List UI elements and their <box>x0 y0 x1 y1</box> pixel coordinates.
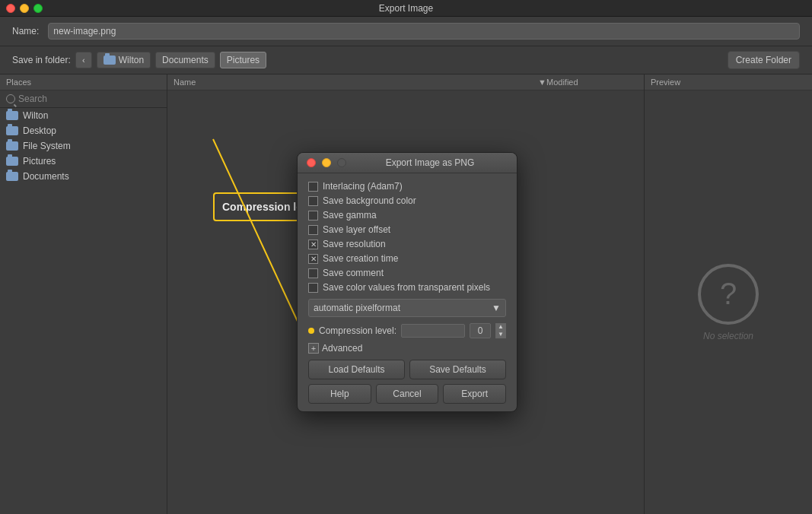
export-button[interactable]: Export <box>443 384 506 404</box>
checkbox-gamma-input[interactable] <box>308 211 318 221</box>
preview-area: ? No selection <box>645 90 812 514</box>
folder-icon <box>6 141 18 151</box>
advanced-row[interactable]: + Advanced <box>308 343 506 354</box>
create-folder-button[interactable]: Create Folder <box>728 51 800 69</box>
compression-indicator-dot <box>308 328 314 334</box>
checkbox-resolution-label: Save resolution <box>323 239 386 249</box>
action-button-row: Help Cancel Export <box>308 384 506 404</box>
list-item[interactable]: Desktop <box>0 123 167 138</box>
folder-icon <box>6 126 18 135</box>
checkbox-resolution[interactable]: ✕ Save resolution <box>308 239 506 249</box>
checkbox-comment-label: Save comment <box>323 268 384 278</box>
folder-bar: Save in folder: ‹ Wilton Documents Pictu… <box>0 46 812 75</box>
folder-icon <box>6 157 18 166</box>
maximize-button[interactable] <box>33 4 43 13</box>
png-dialog-title: Export Image as PNG <box>352 157 508 168</box>
folder-icon <box>6 172 18 181</box>
checkbox-comment[interactable]: Save comment <box>308 268 506 278</box>
search-bar[interactable]: Search <box>0 90 167 108</box>
search-placeholder: Search <box>18 94 47 104</box>
places-header: Places <box>6 78 82 87</box>
name-label: Name: <box>12 26 39 36</box>
checkbox-comment-input[interactable] <box>308 268 318 278</box>
dialog-spin-down-button[interactable]: ▼ <box>495 331 506 338</box>
pixelformat-dropdown-row: automatic pixelformat ▼ <box>308 299 506 317</box>
checkbox-creation-time-input[interactable]: ✕ <box>308 254 318 264</box>
checkbox-transparent-input[interactable] <box>308 283 318 293</box>
name-column-header: Name <box>174 78 535 87</box>
pixelformat-value: automatic pixelformat <box>314 303 400 313</box>
checkbox-interlacing[interactable]: Interlacing (Adam7) <box>308 181 506 192</box>
dialog-compression-label: Compression level: <box>319 325 396 336</box>
right-panel: Preview ? No selection <box>645 75 812 514</box>
breadcrumb-pictures[interactable]: Pictures <box>220 52 266 68</box>
list-item[interactable]: Pictures <box>0 154 167 169</box>
help-button[interactable]: Help <box>308 384 371 404</box>
breadcrumb-wilton[interactable]: Wilton <box>97 52 151 68</box>
traffic-lights[interactable] <box>6 4 43 13</box>
checkbox-gamma-label: Save gamma <box>323 210 377 221</box>
left-panel: Places Search Wilton Desktop File System <box>0 75 167 514</box>
title-bar: Export Image <box>0 0 812 17</box>
folder-icon <box>103 56 116 65</box>
save-defaults-button[interactable]: Save Defaults <box>409 360 506 379</box>
png-minimize-button[interactable] <box>322 158 331 167</box>
checkbox-layer-offset-input[interactable] <box>308 225 318 235</box>
checkbox-transparent-label: Save color values from transparent pixel… <box>323 282 490 293</box>
preview-header: Preview <box>645 75 812 90</box>
png-dialog-body: Interlacing (Adam7) Save background colo… <box>298 173 517 411</box>
png-close-button[interactable] <box>307 158 316 167</box>
png-export-dialog: Export Image as PNG Interlacing (Adam7) … <box>297 152 517 412</box>
window-title: Export Image <box>379 3 433 14</box>
close-button[interactable] <box>6 4 15 13</box>
png-dialog-title-bar: Export Image as PNG <box>298 153 517 173</box>
checkbox-transparent-pixels[interactable]: Save color values from transparent pixel… <box>308 282 506 293</box>
dropdown-arrow-icon: ▼ <box>492 303 501 313</box>
advanced-label: Advanced <box>322 343 362 354</box>
checkbox-creation-time-label: Save creation time <box>323 253 398 264</box>
back-button[interactable]: ‹ <box>75 52 92 68</box>
no-selection-text: No selection <box>703 331 753 341</box>
dialog-compression-input[interactable] <box>470 323 491 338</box>
panel-header: Places <box>0 75 167 90</box>
file-list: Wilton Desktop File System Pictures Docu… <box>0 108 167 514</box>
advanced-expand-icon[interactable]: + <box>308 343 319 354</box>
checkbox-layer-offset[interactable]: Save layer offset <box>308 224 506 235</box>
minimize-button[interactable] <box>20 4 29 13</box>
dialog-spin-up-button[interactable]: ▲ <box>495 323 506 331</box>
list-item[interactable]: Wilton <box>0 108 167 123</box>
cancel-button[interactable]: Cancel <box>376 384 439 404</box>
name-bar: Name: <box>0 17 812 46</box>
checkbox-layer-offset-label: Save layer offset <box>323 224 390 235</box>
column-header: Name ▼ Modified <box>167 75 644 90</box>
save-in-label: Save in folder: <box>12 55 71 65</box>
modified-column-header: Modified <box>546 78 638 87</box>
dialog-compression-row: Compression level: ▲ ▼ <box>308 323 506 338</box>
load-defaults-button[interactable]: Load Defaults <box>308 360 405 379</box>
checkbox-gamma[interactable]: Save gamma <box>308 210 506 221</box>
list-item[interactable]: Documents <box>0 169 167 184</box>
folder-icon <box>6 111 18 120</box>
checkbox-resolution-input[interactable]: ✕ <box>308 240 318 249</box>
png-maximize-button[interactable] <box>337 158 346 167</box>
dialog-compression-slider[interactable] <box>401 324 465 338</box>
breadcrumb-documents[interactable]: Documents <box>155 52 215 68</box>
search-icon <box>6 94 15 103</box>
checkbox-interlacing-label: Interlacing (Adam7) <box>323 181 403 192</box>
checkbox-bg-color-input[interactable] <box>308 196 318 206</box>
dialog-compression-spin[interactable]: ▲ ▼ <box>495 323 506 338</box>
pixelformat-dropdown[interactable]: automatic pixelformat ▼ <box>308 299 506 317</box>
defaults-button-row: Load Defaults Save Defaults <box>308 360 506 379</box>
checkbox-bg-color-label: Save background color <box>323 195 416 206</box>
checkbox-creation-time[interactable]: ✕ Save creation time <box>308 253 506 264</box>
checkbox-interlacing-input[interactable] <box>308 182 318 192</box>
list-item[interactable]: File System <box>0 138 167 154</box>
checkbox-bg-color[interactable]: Save background color <box>308 195 506 206</box>
name-input[interactable] <box>48 23 800 40</box>
dropdown-arrow[interactable]: ▼ <box>538 78 546 87</box>
no-preview-icon: ? <box>698 264 759 325</box>
